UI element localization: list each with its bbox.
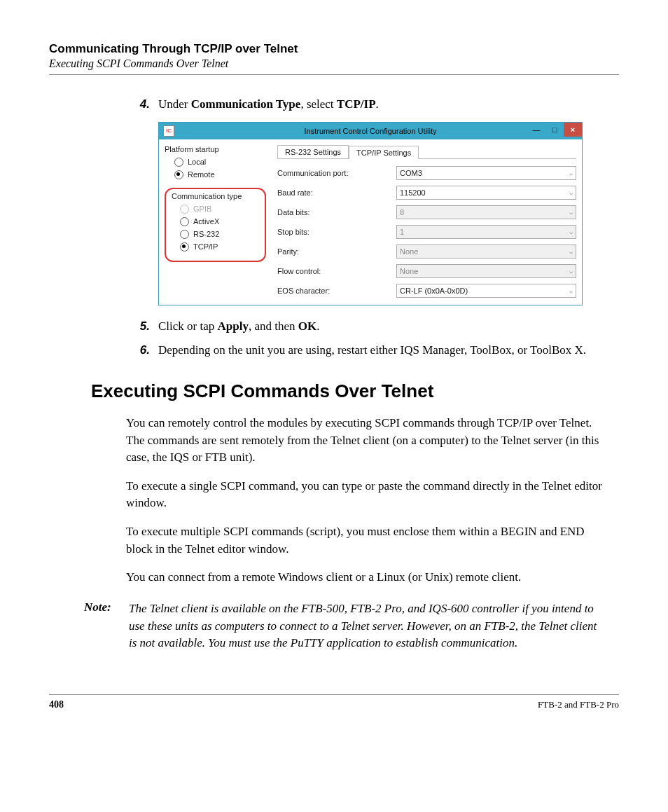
radio-activex[interactable]: ActiveX bbox=[180, 217, 260, 226]
radio-remote[interactable]: Remote bbox=[174, 170, 266, 179]
paragraph-3: To execute multiple SCPI commands (scrip… bbox=[126, 523, 605, 558]
radio-icon bbox=[180, 230, 189, 239]
data-bits-label: Data bits: bbox=[277, 208, 396, 216]
footer-product: FTB-2 and FTB-2 Pro bbox=[538, 699, 619, 710]
note-block: Note: The Telnet client is available on … bbox=[84, 600, 605, 652]
tab-tcpip[interactable]: TCP/IP Settings bbox=[349, 146, 419, 159]
eos-char-label: EOS character: bbox=[277, 287, 396, 295]
radio-gpib: GPIB bbox=[180, 205, 260, 214]
close-button[interactable]: × bbox=[564, 123, 582, 137]
section-heading: Executing SCPI Commands Over Telnet bbox=[91, 380, 605, 402]
step-number-4: 4. bbox=[126, 96, 158, 113]
minimize-button[interactable]: — bbox=[527, 123, 545, 137]
step-5-text: Click or tap Apply, and then OK. bbox=[158, 318, 605, 336]
note-label: Note: bbox=[84, 600, 129, 652]
paragraph-4: You can connect from a remote Windows cl… bbox=[126, 569, 605, 586]
baud-rate-select[interactable]: 115200 bbox=[396, 186, 576, 200]
chapter-subtitle: Executing SCPI Commands Over Telnet bbox=[49, 57, 619, 70]
config-utility-window: IC Instrument Control Configuration Util… bbox=[158, 122, 583, 305]
platform-startup-label: Platform startup bbox=[165, 145, 266, 153]
communication-type-highlight: Communication type GPIB ActiveX RS-232 bbox=[165, 188, 266, 262]
chapter-title: Communicating Through TCP/IP over Telnet bbox=[49, 42, 619, 56]
flow-control-label: Flow control: bbox=[277, 267, 396, 275]
comm-port-label: Communication port: bbox=[277, 169, 396, 177]
tab-rs232[interactable]: RS-232 Settings bbox=[277, 145, 349, 158]
note-text: The Telnet client is available on the FT… bbox=[129, 600, 605, 652]
page-footer: 408 FTB-2 and FTB-2 Pro bbox=[49, 694, 619, 710]
baud-rate-label: Baud rate: bbox=[277, 188, 396, 197]
radio-icon bbox=[180, 205, 189, 214]
radio-icon bbox=[180, 242, 189, 252]
window-titlebar[interactable]: IC Instrument Control Configuration Util… bbox=[159, 123, 582, 139]
paragraph-1: You can remotely control the modules by … bbox=[126, 415, 605, 467]
radio-icon bbox=[174, 170, 183, 179]
window-title: Instrument Control Configuration Utility bbox=[159, 127, 582, 135]
communication-type-label: Communication type bbox=[172, 192, 260, 200]
page-number: 408 bbox=[49, 699, 64, 710]
radio-tcpip[interactable]: TCP/IP bbox=[180, 242, 260, 252]
radio-icon bbox=[180, 217, 189, 226]
flow-control-select: None bbox=[396, 264, 576, 278]
radio-rs232[interactable]: RS-232 bbox=[180, 230, 260, 239]
comm-port-select[interactable]: COM3 bbox=[396, 166, 576, 180]
step-6-text: Depending on the unit you are using, res… bbox=[158, 342, 605, 359]
data-bits-select: 8 bbox=[396, 205, 576, 219]
stop-bits-select: 1 bbox=[396, 225, 576, 239]
stop-bits-label: Stop bits: bbox=[277, 228, 396, 236]
settings-tabs: RS-232 Settings TCP/IP Settings bbox=[277, 145, 576, 159]
window-app-icon: IC bbox=[163, 125, 174, 137]
radio-icon bbox=[174, 158, 183, 167]
parity-label: Parity: bbox=[277, 247, 396, 256]
step-number-5: 5. bbox=[126, 318, 158, 336]
maximize-button[interactable]: □ bbox=[545, 123, 564, 137]
step-number-6: 6. bbox=[126, 342, 158, 359]
eos-char-select[interactable]: CR-LF (0x0A-0x0D) bbox=[396, 284, 576, 298]
parity-select: None bbox=[396, 245, 576, 259]
header-rule bbox=[49, 74, 619, 75]
step-4-text: Under Communication Type, select TCP/IP. bbox=[158, 96, 605, 113]
radio-local[interactable]: Local bbox=[174, 158, 266, 167]
paragraph-2: To execute a single SCPI command, you ca… bbox=[126, 478, 605, 512]
